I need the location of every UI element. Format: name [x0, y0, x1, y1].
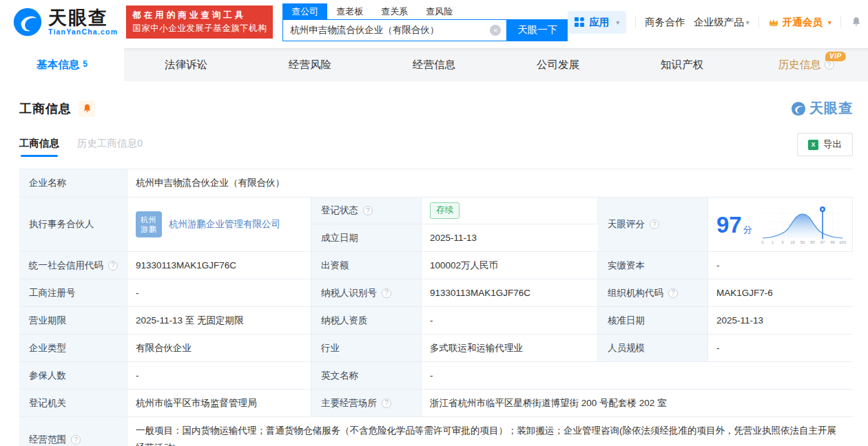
- divider: [635, 17, 636, 28]
- clear-icon[interactable]: ×: [490, 25, 501, 36]
- search-button[interactable]: 天眼一下: [507, 19, 568, 41]
- taxpayer-quality-label: 纳税人资质: [311, 307, 422, 334]
- table-row-partner-status-score: 执行事务合伙人 杭州 游鹏 杭州游鹏企业管理有限公司 登记状态 ? 存续 天眼评…: [19, 198, 853, 252]
- search-tab-company[interactable]: 查公司: [282, 3, 327, 19]
- business-scope-label: 经营范围 ?: [19, 417, 127, 446]
- business-place-value: 浙江省杭州市临平区星桥街道博望街 200 号配套楼 202 室: [422, 390, 853, 416]
- credit-code-label-text: 统一社会信用代码: [29, 259, 103, 272]
- credit-code-label: 统一社会信用代码 ?: [19, 252, 127, 279]
- divider: [758, 17, 759, 28]
- tab-basic-info-count: 5: [83, 59, 87, 69]
- section-title: 工商信息: [19, 100, 72, 117]
- apps-label: 应用: [589, 16, 609, 29]
- tab-company-development[interactable]: 公司发展: [496, 48, 620, 81]
- industry-value: 多式联运和运输代理业: [422, 334, 598, 361]
- search-tab-relation[interactable]: 查关系: [372, 3, 417, 19]
- business-info-table: 企业名称 杭州申吉物流合伙企业（有限合伙） 执行事务合伙人 杭州 游鹏 杭州游鹏…: [19, 169, 853, 446]
- svg-text:15: 15: [790, 240, 795, 244]
- svg-text:100: 100: [839, 240, 847, 244]
- score-distribution-chart: 0 1 3 15 50 85 97 99 100: [758, 204, 848, 245]
- help-icon[interactable]: ?: [363, 206, 373, 215]
- caret-down-icon: ▾: [616, 19, 619, 26]
- search-input[interactable]: [283, 20, 506, 41]
- avatar-line1: 杭州: [141, 215, 157, 224]
- company-name-value: 杭州申吉物流合伙企业（有限合伙）: [127, 169, 853, 197]
- watermark-text: 天眼查: [809, 99, 853, 118]
- watermark-logo: 天眼查: [791, 99, 853, 118]
- svg-text:50: 50: [800, 240, 805, 244]
- tab-intellectual-property[interactable]: 知识产权: [620, 48, 744, 81]
- help-icon[interactable]: ?: [108, 261, 118, 270]
- taxpayer-id-label: 纳税人识别号 ?: [311, 279, 422, 306]
- capital-label: 出资额: [311, 252, 422, 279]
- table-row-reg-authority: 登记机关 杭州市临平区市场监督管理局 主要经营场所 ? 浙江省杭州市临平区星桥街…: [19, 390, 853, 417]
- tianyancha-logo[interactable]: 天眼查 TianYanCha.com: [12, 7, 118, 37]
- excel-icon: X: [808, 140, 818, 150]
- apps-menu[interactable]: 应用 ▾: [568, 11, 626, 34]
- help-icon[interactable]: ?: [382, 288, 391, 298]
- tab-basic-info-label: 基本信息: [37, 58, 79, 72]
- partner-avatar[interactable]: 杭州 游鹏: [136, 211, 162, 237]
- paid-capital-value: -: [708, 252, 853, 279]
- help-icon[interactable]: ?: [825, 60, 834, 70]
- tab-operation-risk[interactable]: 经营风险: [248, 48, 372, 81]
- partner-value: 杭州 游鹏 杭州游鹏企业管理有限公司: [127, 198, 311, 251]
- business-term-value: 2025-11-13 至 无固定期限: [127, 307, 311, 334]
- partner-company-link[interactable]: 杭州游鹏企业管理有限公司: [169, 218, 280, 231]
- business-place-label: 主要经营场所 ?: [311, 390, 422, 416]
- menu-cooperation[interactable]: 商务合作: [645, 16, 685, 29]
- svg-text:0: 0: [761, 240, 764, 244]
- watermark-logo-icon: [791, 101, 806, 116]
- slogan-line1: 都在用的商业查询工具: [132, 9, 267, 22]
- reg-authority-label: 登记机关: [19, 390, 127, 416]
- subtab-business-info[interactable]: 工商信息: [19, 137, 59, 157]
- tab-operation-info[interactable]: 经营信息: [372, 48, 496, 81]
- taxpayer-quality-value: -: [422, 307, 598, 334]
- industry-label: 行业: [311, 334, 422, 361]
- search-tab-boss[interactable]: 查老板: [327, 3, 372, 19]
- svg-text:3: 3: [781, 240, 784, 244]
- staff-size-label: 人员规模: [598, 334, 708, 361]
- tab-legal-proceedings[interactable]: 法律诉讼: [124, 48, 248, 81]
- export-button[interactable]: X 导出: [797, 133, 853, 156]
- help-icon[interactable]: ?: [668, 288, 678, 298]
- export-label: 导出: [823, 138, 842, 151]
- reg-status-value: 存续: [422, 198, 598, 224]
- menu-enterprise-products[interactable]: 企业级产品 ▾: [694, 16, 750, 29]
- help-icon[interactable]: ?: [382, 399, 391, 408]
- detail-nav-tabs: 基本信息 5 法律诉讼 经营风险 经营信息 公司发展 知识产权 历史信息 ? V…: [0, 48, 868, 81]
- svg-text:85: 85: [810, 240, 815, 244]
- tab-history-info[interactable]: 历史信息 ? VIP: [744, 48, 868, 81]
- credit-code-value: 91330113MAK1GJF76C: [127, 252, 311, 279]
- help-icon[interactable]: ?: [71, 435, 81, 445]
- tab-basic-info[interactable]: 基本信息 5: [0, 48, 124, 81]
- top-menu: 应用 ▾ 商务合作 企业级产品 ▾ 开通会员 ▾ 超级风... ▾: [568, 11, 868, 34]
- search-tab-risk[interactable]: 查风险: [417, 3, 462, 19]
- help-icon[interactable]: ?: [650, 220, 659, 229]
- caret-down-icon: ▾: [828, 19, 831, 26]
- company-type-value: 有限合伙企业: [127, 334, 311, 361]
- brand-name: 天眼查: [48, 8, 118, 28]
- avatar-line2: 游鹏: [141, 224, 157, 234]
- org-code-label: 组织机构代码 ?: [598, 279, 708, 306]
- reg-status-label-text: 登记状态: [321, 204, 358, 217]
- subtab-history-business-info[interactable]: 历史工商信息0: [77, 137, 143, 157]
- table-row-business-scope: 经营范围 ? 一般项目：国内货物运输代理；普通货物仓储服务（不含危险化学品等需许…: [19, 417, 853, 446]
- reg-number-value: -: [127, 279, 311, 306]
- crown-icon: [768, 17, 779, 27]
- score-unit: 分: [743, 224, 752, 236]
- notification-bell-icon[interactable]: [850, 16, 862, 28]
- search-tabs: 查公司 查老板 查关系 查风险: [282, 3, 568, 19]
- top-header: 天眼查 TianYanCha.com 都在用的商业查询工具 国家中小企业发展子基…: [0, 0, 868, 48]
- vip-badge: VIP: [825, 52, 846, 61]
- partner-label: 执行事务合伙人: [19, 198, 127, 251]
- open-vip-button[interactable]: 开通会员 ▾: [768, 16, 831, 29]
- announcement-chip[interactable]: [79, 100, 95, 117]
- table-row-credit-code: 统一社会信用代码 ? 91330113MAK1GJF76C 出资额 100002…: [19, 252, 853, 279]
- est-date-value: 2025-11-13: [422, 224, 598, 251]
- table-row-company-type: 企业类型 有限合伙企业 行业 多式联运和运输代理业 人员规模 -: [19, 334, 853, 362]
- search-area: 查公司 查老板 查关系 查风险 × 天眼一下: [282, 3, 568, 41]
- svg-text:1: 1: [772, 240, 774, 244]
- svg-text:99: 99: [830, 240, 835, 244]
- svg-text:97: 97: [820, 240, 825, 244]
